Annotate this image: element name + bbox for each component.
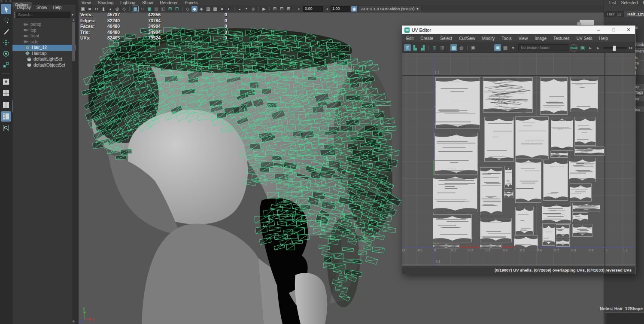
uv-shell[interactable] <box>504 166 512 189</box>
shaded-icon[interactable]: ◆ <box>191 6 197 12</box>
uv-shell[interactable] <box>433 175 477 212</box>
viewport-menu-shading[interactable]: Shading <box>98 0 114 5</box>
bookmark-icon[interactable]: ▮ <box>100 6 106 12</box>
image-range-icon[interactable]: ▣ <box>579 44 586 51</box>
uv-shell[interactable] <box>543 160 568 201</box>
xray-icon[interactable]: ◒ <box>237 6 243 12</box>
paint-select-tool[interactable] <box>1 26 11 37</box>
safe-action-icon[interactable]: ⊞ <box>167 6 173 12</box>
hypershade-persp-layout[interactable] <box>1 123 11 133</box>
slider-knob[interactable] <box>613 46 616 51</box>
pencil-icon[interactable]: ◇ <box>121 6 127 12</box>
ae-section-fragment[interactable]: onent <box>635 48 644 54</box>
color-management-icon[interactable]: ◉ <box>351 6 357 12</box>
viewport-menu-renderer[interactable]: Renderer <box>160 0 178 5</box>
outliner-item-defaultObjectSet[interactable]: defaultObjectSet <box>12 62 76 68</box>
ae-section-fragment[interactable]: ay <box>635 84 644 90</box>
viewport-menu-view[interactable]: View <box>82 0 91 5</box>
uv-menu-edit[interactable]: Edit <box>406 36 413 41</box>
camera-attributes-icon[interactable]: ◘ <box>94 6 100 12</box>
uv-shell[interactable] <box>515 159 541 203</box>
uv-shell[interactable] <box>570 77 598 112</box>
select-highlight-icon[interactable]: ▶ <box>261 6 267 12</box>
stacked-shells-icon[interactable]: ▙ <box>412 44 419 51</box>
uv-shell[interactable] <box>504 190 513 198</box>
ae-menu-selected[interactable]: Selected <box>621 0 638 5</box>
uv-shell[interactable] <box>542 224 555 246</box>
uv-shell[interactable] <box>550 151 568 158</box>
uv-shell[interactable] <box>569 158 596 182</box>
uv-menu-cutsew[interactable]: Cut/Sew <box>459 36 475 41</box>
outliner-item-Haircap[interactable]: Haircap <box>12 51 76 57</box>
texture-status-field[interactable]: No texture found <box>518 44 568 51</box>
outliner-scrollbar[interactable]: ▲ ▼ <box>72 18 75 323</box>
outliner-menu-show[interactable]: Show <box>36 5 47 10</box>
shadows-icon[interactable]: ◐ <box>226 6 232 12</box>
tile-grid-icon[interactable]: ⊞ <box>431 44 438 51</box>
lasso-tool[interactable] <box>1 15 11 25</box>
ae-tab-Hair_12[interactable]: Hair_12 <box>604 11 624 17</box>
outliner-item-persp[interactable]: persp <box>12 21 76 28</box>
ae-section-fragment[interactable]: tes <box>635 107 644 113</box>
uv-shell[interactable] <box>556 224 570 238</box>
uv-snapshot-icon[interactable]: ▣ <box>470 44 477 51</box>
ae-section-fragment[interactable]: Tags <box>635 89 644 95</box>
pivot-icon[interactable]: ◎ <box>114 6 120 12</box>
image-dim-slider[interactable] <box>603 47 627 49</box>
ae-section-fragment[interactable]: Attribu <box>635 42 644 48</box>
single-pane-layout[interactable] <box>1 76 11 87</box>
occlusion-icon[interactable]: ◓ <box>243 6 249 12</box>
uv-editor-titlebar[interactable]: M UV Editor – □ ✕ <box>402 26 635 34</box>
ae-section-fragment[interactable]: t Map <box>635 70 644 76</box>
uv-shell[interactable] <box>540 77 568 115</box>
isolate-next-icon[interactable]: ▸ <box>587 44 594 51</box>
scale-tool[interactable] <box>1 60 11 70</box>
uv-menu-select[interactable]: Select <box>440 36 452 41</box>
scroll-down-icon[interactable]: ▼ <box>72 320 75 323</box>
next-tile-icon[interactable]: ▸▸ <box>629 46 633 50</box>
select-tool[interactable] <box>1 4 11 14</box>
isolate-copy-icon[interactable]: ⊞ <box>272 6 278 12</box>
uv-shell[interactable] <box>480 218 512 242</box>
minimize-button[interactable]: – <box>592 26 605 34</box>
outliner-item-side[interactable]: side <box>12 39 76 45</box>
uv-menu-image[interactable]: Image <box>535 36 547 41</box>
search-input[interactable] <box>16 12 70 18</box>
uv-shell[interactable] <box>480 167 502 215</box>
uv-menu-uvsets[interactable]: UV Sets <box>577 36 592 41</box>
outliner-item-defaultLightSet[interactable]: defaultLightSet <box>12 56 76 62</box>
uv-menu-view[interactable]: View <box>519 36 528 41</box>
ae-tab-Hair_12Sha[interactable]: Hair_12Sha <box>624 11 644 17</box>
uv-shell[interactable] <box>515 116 549 159</box>
uv-shell[interactable] <box>435 77 480 128</box>
notes-field[interactable] <box>605 312 644 324</box>
uv-shell[interactable] <box>484 117 514 162</box>
isolate-paste-icon[interactable]: ⊟ <box>279 6 285 12</box>
checker-pattern-icon[interactable]: ▩ <box>502 44 509 51</box>
scrollbar-thumb[interactable] <box>72 22 75 61</box>
viewport-menu-lighting[interactable]: Lighting <box>120 0 135 5</box>
rgba-channels-icon[interactable]: RGB <box>570 44 577 52</box>
exposure-icon[interactable]: ◐ <box>296 6 302 12</box>
four-pane-layout[interactable] <box>1 88 11 98</box>
colorspace-dropdown[interactable]: ACES 1.0 SDR-video (sRGB)▾ <box>358 6 422 12</box>
outliner-menu-display[interactable]: Display <box>17 5 31 10</box>
uv-grid-area[interactable]: -0.2-0.100.10.20.30.40.50.60.70.80.911.1… <box>402 52 635 266</box>
uv-shells-icon[interactable]: ⊞ <box>404 44 411 51</box>
uv-shell[interactable] <box>542 203 571 224</box>
lights-icon[interactable]: ● <box>219 6 225 12</box>
viewport-menu-show[interactable]: Show <box>142 0 153 5</box>
uv-shell[interactable] <box>483 77 533 113</box>
isolate-last-icon[interactable]: ▸ <box>595 44 601 51</box>
gate-mask-icon[interactable]: ▩ <box>153 6 159 12</box>
uv-shell[interactable] <box>556 239 570 247</box>
camera-icon[interactable]: ▣ <box>80 6 86 12</box>
shell-unstack-icon[interactable]: ▟ <box>419 44 426 51</box>
two-pane-layout[interactable] <box>1 100 11 110</box>
isolate-view-icon[interactable]: ⊠ <box>286 6 292 12</box>
uv-menu-modify[interactable]: Modify <box>482 36 495 41</box>
outliner-item-Hair_12[interactable]: Hair_12 <box>12 45 76 51</box>
maximize-button[interactable]: □ <box>607 26 620 34</box>
checkered-icon[interactable]: ▩ <box>212 6 218 12</box>
gamma-icon[interactable]: ◑ <box>324 6 330 12</box>
